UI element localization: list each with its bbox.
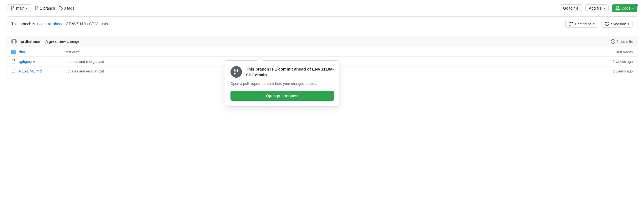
branch-chevron-icon: ▾ — [26, 7, 28, 10]
file-name-readme[interactable]: README.md — [19, 69, 63, 73]
branch-banner-text: This branch is 1 commit ahead of ENVS110… — [11, 22, 109, 26]
file-icon — [11, 59, 16, 64]
tag-icon — [58, 6, 63, 10]
branch-banner: This branch is 1 commit ahead of ENVS110… — [7, 16, 637, 31]
popup-branch-icon-circle — [230, 66, 242, 78]
code-btn[interactable]: Code ▾ — [612, 4, 637, 12]
tags-count-label: 0 tags — [64, 6, 74, 10]
contribute-popup: This branch is 1 commit ahead of ENVS110… — [225, 60, 340, 80]
sync-fork-btn[interactable]: Sync fork ▾ — [602, 20, 633, 28]
popup-header: This branch is 1 commit ahead of ENVS110… — [230, 66, 334, 78]
history-icon — [611, 39, 615, 44]
contribute-label: Contribute — [575, 22, 591, 26]
toolbar: main ▾ 1 branch 0 tags Go to file Add fi… — [7, 4, 637, 12]
banner-commit-link[interactable]: 1 commit ahead — [36, 22, 64, 26]
avatar — [11, 39, 17, 44]
branch-count-label: 1 branch — [40, 6, 55, 10]
sync-icon — [605, 22, 609, 26]
add-file-chevron-icon: ▾ — [603, 7, 605, 10]
contribute-icon — [569, 22, 573, 26]
branch-count-link[interactable]: 1 branch — [35, 6, 55, 10]
folder-icon — [11, 49, 16, 54]
code-icon — [615, 6, 620, 10]
add-file-btn[interactable]: Add file ▾ — [585, 4, 609, 12]
contribute-btn[interactable]: Contribute ▾ — [565, 20, 598, 28]
contribute-chevron-icon: ▾ — [593, 22, 595, 26]
file-name-gitignore[interactable]: .gitignore — [19, 59, 63, 64]
commits-label: 5 commits — [617, 40, 633, 44]
tags-count-link[interactable]: 0 tags — [58, 6, 74, 10]
branch-selector-btn[interactable]: main ▾ — [7, 4, 31, 12]
file-table-header: fordfishman A great new change 5 commits — [7, 36, 637, 47]
banner-suffix: of ENVS110a-SP23:main. — [65, 22, 109, 26]
file-icon-readme — [11, 69, 16, 74]
avatar-image — [11, 39, 17, 44]
branch-count-icon — [35, 6, 39, 10]
svg-point-1 — [13, 40, 15, 42]
branch-icon — [10, 6, 15, 10]
commit-message: A great new change — [45, 39, 79, 44]
file-name-data[interactable]: data — [19, 50, 63, 54]
file-time-gitignore: 2 weeks ago — [613, 60, 633, 64]
file-time-data: last month — [616, 50, 633, 54]
popup-branch-icon — [233, 69, 239, 75]
sync-fork-chevron-icon: ▾ — [628, 22, 629, 26]
file-time-readme: 2 weeks ago — [613, 69, 633, 73]
code-chevron-icon: ▾ — [632, 7, 634, 10]
table-row: data first draft last month — [7, 47, 637, 57]
banner-prefix: This branch is — [11, 22, 35, 26]
notification-dot — [636, 4, 638, 6]
commits-count: 5 commits — [611, 39, 633, 44]
branch-name: main — [16, 6, 24, 10]
commit-author: fordfishman — [19, 39, 42, 44]
sync-fork-label: Sync fork — [611, 22, 626, 26]
file-commit-data: first draft — [65, 50, 614, 54]
go-to-file-btn[interactable]: Go to file — [560, 4, 582, 12]
branch-banner-actions: Contribute ▾ Sync fork ▾ — [565, 20, 633, 28]
popup-title: This branch is 1 commit ahead of ENVS110… — [246, 66, 334, 78]
